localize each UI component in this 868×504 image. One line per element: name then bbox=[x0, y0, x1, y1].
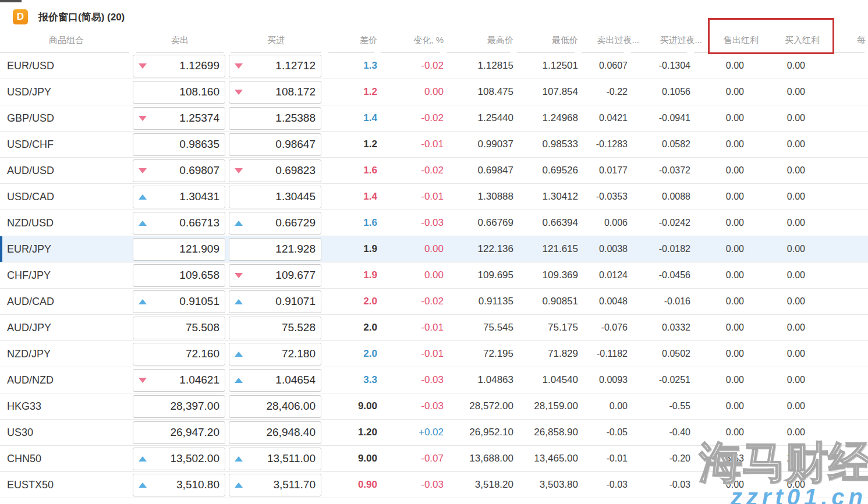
column-header-sell-dividend[interactable]: 售出红利 bbox=[690, 28, 744, 53]
sell-overnight-value: 0.00 bbox=[578, 401, 628, 411]
partial-next-row bbox=[0, 498, 868, 504]
quote-row[interactable]: AUD/NZD 1.04621 1.04654 3.3 -0.03 1.0486… bbox=[0, 367, 868, 393]
buy-overnight-value: 0.0502 bbox=[628, 349, 690, 359]
quote-row[interactable]: NZD/USD 0.66713 0.66729 1.6 -0.03 0.6676… bbox=[0, 210, 868, 236]
quote-row[interactable]: AUD/JPY 75.508 75.528 2.0 -0.01 75.545 7… bbox=[0, 315, 868, 341]
sell-price-button[interactable]: 121.909 bbox=[133, 238, 225, 261]
sell-price-button[interactable]: 0.69807 bbox=[133, 159, 225, 182]
column-header-change[interactable]: 变化, % bbox=[377, 28, 444, 53]
buy-overnight-value: 0.1056 bbox=[628, 87, 690, 97]
change-percent-value: -0.03 bbox=[377, 479, 444, 491]
quote-row[interactable]: NZD/JPY 72.160 72.180 2.0 -0.01 72.195 7… bbox=[0, 341, 868, 367]
buy-dividend-value: 0.00 bbox=[744, 165, 805, 176]
sell-price-button[interactable]: 28,397.00 bbox=[133, 395, 225, 418]
quote-table-body: EUR/USD 1.12699 1.12712 1.3 -0.02 1.1281… bbox=[0, 53, 868, 498]
column-header-spread[interactable]: 差价 bbox=[325, 28, 377, 53]
buy-price-button[interactable]: 1.25388 bbox=[229, 107, 321, 130]
sell-price-button[interactable]: 0.98635 bbox=[133, 133, 225, 156]
quote-row[interactable]: EUR/JPY 121.909 121.928 1.9 0.00 122.136… bbox=[0, 236, 868, 262]
quote-row[interactable]: USD/CAD 1.30431 1.30445 1.4 -0.01 1.3088… bbox=[0, 184, 868, 210]
sell-price: 13,502.00 bbox=[170, 452, 219, 465]
column-header-symbol[interactable]: 商品组合 bbox=[0, 28, 133, 53]
quote-row[interactable]: AUD/USD 0.69807 0.69823 1.6 -0.02 0.6984… bbox=[0, 158, 868, 184]
quote-row[interactable]: GBP/USD 1.25374 1.25388 1.4 -0.02 1.2544… bbox=[0, 105, 868, 132]
sell-overnight-value: 0.0093 bbox=[578, 375, 628, 385]
buy-overnight-value: 0.0582 bbox=[628, 139, 690, 150]
sell-price-button[interactable]: 75.508 bbox=[133, 317, 225, 339]
sell-price-button[interactable]: 1.30431 bbox=[133, 186, 225, 208]
column-header-high[interactable]: 最高价 bbox=[444, 28, 513, 53]
buy-price-button[interactable]: 0.98647 bbox=[229, 133, 321, 156]
change-percent-value: -0.02 bbox=[377, 296, 444, 307]
sell-overnight-value: 0.0124 bbox=[578, 270, 628, 281]
sell-price-button[interactable]: 13,502.00 bbox=[133, 448, 225, 470]
change-percent-value: -0.07 bbox=[377, 453, 444, 464]
buy-trend-arrow-icon bbox=[235, 273, 243, 278]
sell-price-button[interactable]: 3,510.80 bbox=[133, 474, 225, 496]
high-value: 122.136 bbox=[444, 243, 513, 255]
high-value: 1.30888 bbox=[444, 191, 513, 203]
sell-overnight-value: 0.0038 bbox=[578, 244, 628, 254]
sell-price-button[interactable]: 0.66713 bbox=[133, 212, 225, 235]
quote-row[interactable]: EUSTX50 3,510.80 3,511.70 0.90 -0.03 3,5… bbox=[0, 472, 868, 498]
sell-price: 28,397.00 bbox=[170, 400, 219, 413]
sell-overnight-value: -0.22 bbox=[578, 87, 628, 97]
high-value: 0.69847 bbox=[444, 165, 513, 176]
sell-overnight-value: -0.1182 bbox=[578, 349, 628, 359]
buy-price-button[interactable]: 75.528 bbox=[229, 317, 321, 339]
column-header-sell[interactable]: 卖出 bbox=[133, 28, 227, 53]
quote-row[interactable]: US30 26,947.20 26,948.40 1.20 +0.02 26,9… bbox=[0, 420, 868, 446]
column-header-buy-dividend[interactable]: 买入红利 bbox=[744, 28, 805, 53]
buy-dividend-value: 0.00 bbox=[744, 349, 805, 359]
sell-price-button[interactable]: 72.160 bbox=[133, 343, 225, 365]
buy-price-button[interactable]: 0.66729 bbox=[229, 212, 321, 235]
high-value: 0.99037 bbox=[444, 139, 513, 150]
buy-price-button[interactable]: 72.180 bbox=[229, 343, 321, 365]
buy-price-button[interactable]: 1.04654 bbox=[229, 369, 321, 392]
change-percent-value: -0.02 bbox=[377, 60, 444, 72]
sell-dividend-value: 0.00 bbox=[690, 480, 744, 490]
buy-price-button[interactable]: 3,511.70 bbox=[229, 474, 321, 496]
buy-dividend-value: 0.00 bbox=[744, 244, 805, 254]
buy-price-button[interactable]: 0.91071 bbox=[229, 290, 321, 313]
sell-price-button[interactable]: 108.160 bbox=[133, 81, 225, 104]
sell-price-button[interactable]: 0.91051 bbox=[133, 290, 225, 313]
quote-row[interactable]: CHN50 13,502.00 13,511.00 9.00 -0.07 13,… bbox=[0, 446, 868, 472]
quote-row[interactable]: USD/CHF 0.98635 0.98647 1.2 -0.01 0.9903… bbox=[0, 132, 868, 158]
quote-row[interactable]: EUR/USD 1.12699 1.12712 1.3 -0.02 1.1281… bbox=[0, 53, 868, 79]
sell-price-button[interactable]: 26,947.20 bbox=[133, 421, 225, 444]
column-header-buy[interactable]: 买进 bbox=[227, 28, 325, 53]
change-percent-value: -0.03 bbox=[377, 400, 444, 412]
buy-price-button[interactable]: 28,406.00 bbox=[229, 395, 321, 418]
buy-overnight-value: -0.55 bbox=[628, 401, 690, 411]
sell-price: 108.160 bbox=[179, 86, 219, 98]
buy-price-button[interactable]: 108.172 bbox=[229, 81, 321, 104]
quote-row[interactable]: AUD/CAD 0.91051 0.91071 2.0 -0.02 0.9113… bbox=[0, 289, 868, 315]
top-left-sliver bbox=[0, 0, 22, 2]
buy-trend-arrow-icon bbox=[235, 90, 243, 95]
column-header-low[interactable]: 最低价 bbox=[513, 28, 578, 53]
sell-price-button[interactable]: 1.04621 bbox=[133, 369, 225, 392]
buy-price-button[interactable]: 13,511.00 bbox=[229, 448, 321, 470]
quote-row[interactable]: HKG33 28,397.00 28,406.00 9.00 -0.03 28,… bbox=[0, 393, 868, 420]
buy-price-button[interactable]: 26,948.40 bbox=[229, 421, 321, 444]
buy-price-button[interactable]: 0.69823 bbox=[229, 159, 321, 182]
quote-row[interactable]: USD/JPY 108.160 108.172 1.2 0.00 108.475… bbox=[0, 79, 868, 105]
sell-price-button[interactable]: 1.12699 bbox=[133, 55, 225, 77]
quote-row[interactable]: CHF/JPY 109.658 109.677 1.9 0.00 109.695… bbox=[0, 262, 868, 289]
low-value: 28,159.00 bbox=[513, 400, 578, 412]
sell-overnight-value: 0.006 bbox=[578, 218, 628, 228]
buy-price-button[interactable]: 1.30445 bbox=[229, 186, 321, 208]
sell-overnight-value: 0.0048 bbox=[578, 296, 628, 307]
buy-price-button[interactable]: 121.928 bbox=[229, 238, 321, 261]
sell-dividend-value: 0.00 bbox=[690, 270, 744, 281]
column-header-buy-overnight[interactable]: 买进过夜... bbox=[628, 28, 690, 53]
column-header-per[interactable]: 每 bbox=[805, 28, 868, 53]
symbol-label: EUR/USD bbox=[0, 60, 133, 72]
sell-price-button[interactable]: 109.658 bbox=[133, 264, 225, 287]
buy-price-button[interactable]: 109.677 bbox=[229, 264, 321, 287]
buy-price: 75.528 bbox=[282, 321, 316, 334]
buy-price-button[interactable]: 1.12712 bbox=[229, 55, 321, 77]
column-header-sell-overnight[interactable]: 卖出过夜... bbox=[578, 28, 628, 53]
sell-price-button[interactable]: 1.25374 bbox=[133, 107, 225, 130]
